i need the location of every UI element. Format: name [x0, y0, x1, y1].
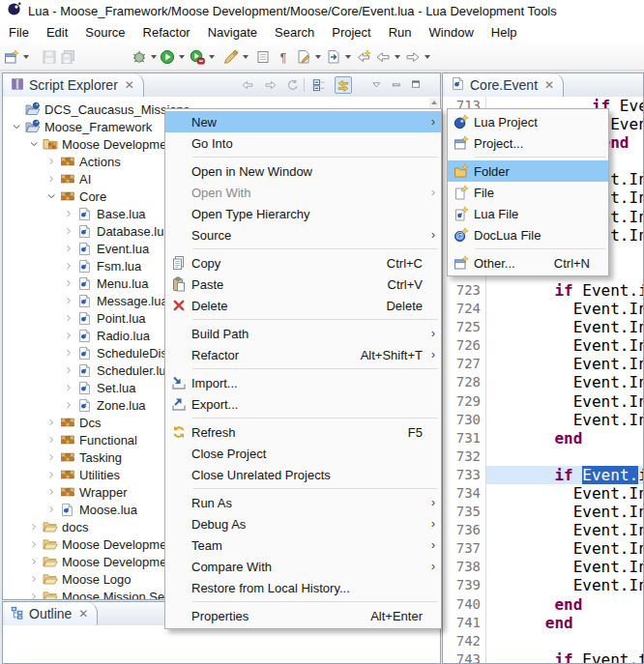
chevron-right-icon[interactable] — [63, 274, 74, 292]
menubar-item-edit[interactable]: Edit — [38, 23, 76, 42]
forward-icon[interactable] — [262, 76, 279, 94]
new-submenu-item-lua-project[interactable]: Lua Project — [448, 111, 608, 132]
chevron-right-icon[interactable] — [63, 205, 74, 222]
close-icon[interactable]: ✕ — [544, 78, 554, 92]
menubar-item-refactor[interactable]: Refactor — [134, 23, 199, 42]
dropdown-caret-icon[interactable] — [243, 55, 249, 59]
chevron-right-icon[interactable] — [45, 466, 57, 483]
chevron-down-icon[interactable] — [11, 118, 22, 135]
debug-button[interactable] — [132, 46, 157, 67]
context-menu-item-delete[interactable]: DeleteDelete — [165, 295, 441, 316]
view-menu-icon[interactable] — [368, 76, 386, 94]
context-menu-item-refresh[interactable]: RefreshF5 — [165, 421, 441, 443]
chevron-right-icon[interactable] — [45, 431, 57, 448]
new-submenu-item-project[interactable]: Project... — [448, 132, 608, 154]
context-menu-item-import[interactable]: Import... — [165, 372, 441, 393]
chevron-right-icon[interactable] — [45, 170, 57, 188]
format-brush-button[interactable] — [223, 46, 249, 67]
chevron-right-icon[interactable] — [45, 501, 57, 518]
menubar-item-project[interactable]: Project — [323, 23, 379, 42]
menubar-item-window[interactable]: Window — [421, 23, 483, 42]
context-menu-item-close-project[interactable]: Close Project — [165, 443, 441, 464]
context-menu-item-copy[interactable]: CopyCtrl+C — [165, 252, 441, 274]
chevron-right-icon[interactable] — [28, 518, 40, 535]
new-submenu-item-other[interactable]: Other...Ctrl+N — [448, 252, 608, 274]
context-menu-item-open-type-hierarchy[interactable]: Open Type Hierarchy — [165, 203, 441, 224]
chevron-right-icon[interactable] — [45, 483, 57, 501]
chevron-right-icon[interactable] — [63, 361, 74, 379]
chevron-right-icon[interactable] — [63, 222, 74, 240]
context-menu-item-restore-from-local-history[interactable]: Restore from Local History... — [165, 577, 441, 598]
chevron-right-icon[interactable] — [63, 257, 74, 274]
chevron-right-icon[interactable] — [28, 570, 40, 588]
menubar-item-navigate[interactable]: Navigate — [199, 23, 266, 42]
chevron-right-icon[interactable] — [28, 588, 40, 599]
chevron-right-icon[interactable] — [63, 240, 74, 257]
menubar-item-search[interactable]: Search — [266, 23, 323, 42]
forward-button[interactable] — [405, 46, 430, 67]
dropdown-caret-icon[interactable] — [209, 55, 215, 59]
dropdown-caret-icon[interactable] — [345, 55, 351, 59]
link-with-editor-icon[interactable] — [335, 76, 352, 94]
edit-location-button[interactable] — [296, 46, 321, 67]
chevron-right-icon[interactable] — [28, 535, 40, 553]
new-submenu-item-folder[interactable]: Folder — [448, 160, 608, 182]
context-menu-item-run-as[interactable]: Run As› — [165, 492, 441, 513]
chevron-right-icon[interactable] — [28, 553, 40, 570]
annotation-nav-button[interactable] — [326, 46, 351, 67]
run-coverage-button[interactable] — [190, 46, 215, 67]
chevron-right-icon[interactable] — [45, 414, 57, 431]
context-menu-item-compare-with[interactable]: Compare With› — [165, 556, 441, 577]
context-menu-item-paste[interactable]: PasteCtrl+V — [165, 274, 441, 295]
chevron-down-icon[interactable] — [45, 188, 57, 205]
context-menu-item-new[interactable]: New› — [165, 111, 441, 132]
dropdown-caret-icon[interactable] — [424, 55, 430, 59]
mark-occurrences-button[interactable] — [255, 46, 271, 67]
chevron-right-icon[interactable] — [45, 153, 57, 170]
chevron-right-icon[interactable] — [63, 309, 74, 327]
minimize-icon[interactable] — [389, 76, 406, 94]
context-menu-item-source[interactable]: Source› — [165, 224, 441, 245]
maximize-icon[interactable] — [408, 76, 425, 94]
context-menu-item-debug-as[interactable]: Debug As› — [165, 513, 441, 534]
tab-outline[interactable]: Outline ✕ — [5, 602, 98, 625]
new-submenu-item-doclua-file[interactable]: @DocLua File — [448, 224, 608, 245]
context-menu-item-team[interactable]: Team› — [165, 534, 441, 556]
context-menu-item-close-unrelated-projects[interactable]: Close Unrelated Projects — [165, 464, 441, 485]
menubar-item-source[interactable]: Source — [76, 23, 133, 42]
menubar-item-file[interactable]: File — [0, 23, 38, 42]
menubar-item-help[interactable]: Help — [483, 23, 526, 42]
chevron-right-icon[interactable] — [45, 448, 57, 466]
back-icon[interactable] — [239, 76, 256, 94]
collapse-all-icon[interactable] — [310, 76, 328, 94]
dropdown-caret-icon[interactable] — [395, 55, 400, 59]
chevron-down-icon[interactable] — [28, 135, 40, 153]
package-icon — [60, 414, 75, 431]
dropdown-caret-icon[interactable] — [151, 55, 157, 59]
run-button[interactable] — [160, 46, 185, 67]
context-menu-item-refactor[interactable]: RefactorAlt+Shift+T› — [165, 344, 441, 365]
context-menu-item-open-in-new-window[interactable]: Open in New Window — [165, 160, 441, 182]
context-menu-item-build-path[interactable]: Build Path› — [165, 323, 441, 344]
dropdown-caret-icon[interactable] — [23, 55, 29, 59]
show-whitespace-button[interactable]: ¶ — [276, 46, 291, 67]
menubar-item-run[interactable]: Run — [380, 23, 421, 42]
new-submenu-item-lua-file[interactable]: Lua File — [448, 203, 608, 224]
tab-core-event[interactable]: Core.Event ✕ — [445, 73, 564, 97]
back-button[interactable] — [375, 46, 400, 67]
close-icon[interactable]: ✕ — [78, 607, 88, 621]
up-icon[interactable] — [284, 76, 302, 94]
dropdown-caret-icon[interactable] — [315, 55, 321, 59]
chevron-right-icon[interactable] — [63, 292, 74, 309]
context-menu-item-properties[interactable]: PropertiesAlt+Enter — [165, 605, 441, 626]
last-edit-location-button[interactable] — [356, 46, 371, 67]
chevron-right-icon[interactable] — [63, 379, 74, 396]
new-wizard-button[interactable] — [4, 46, 29, 67]
chevron-right-icon[interactable] — [63, 344, 74, 361]
context-menu-item-export[interactable]: Export... — [165, 393, 441, 415]
chevron-right-icon[interactable] — [63, 327, 74, 344]
chevron-right-icon[interactable] — [63, 396, 74, 414]
context-menu-item-go-into[interactable]: Go Into — [165, 132, 441, 154]
dropdown-caret-icon[interactable] — [179, 55, 185, 59]
new-submenu-item-file[interactable]: File — [448, 182, 608, 203]
